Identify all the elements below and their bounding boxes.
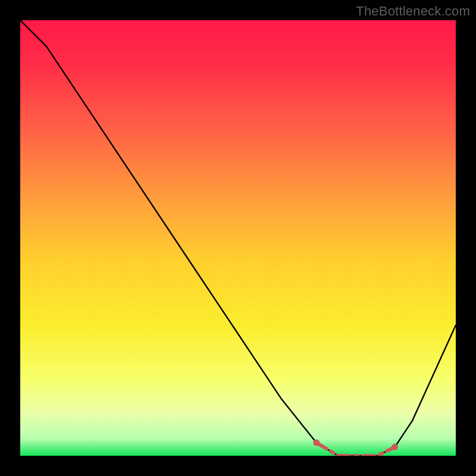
attribution-label: TheBottleneck.com [356, 4, 470, 19]
bottleneck-curve [20, 20, 456, 456]
svg-point-2 [392, 444, 398, 450]
chart-frame: TheBottleneck.com [0, 0, 476, 476]
plot-area [20, 20, 456, 456]
svg-point-1 [313, 440, 320, 446]
curve-layer [20, 20, 456, 456]
optimal-zone-line [317, 443, 395, 456]
